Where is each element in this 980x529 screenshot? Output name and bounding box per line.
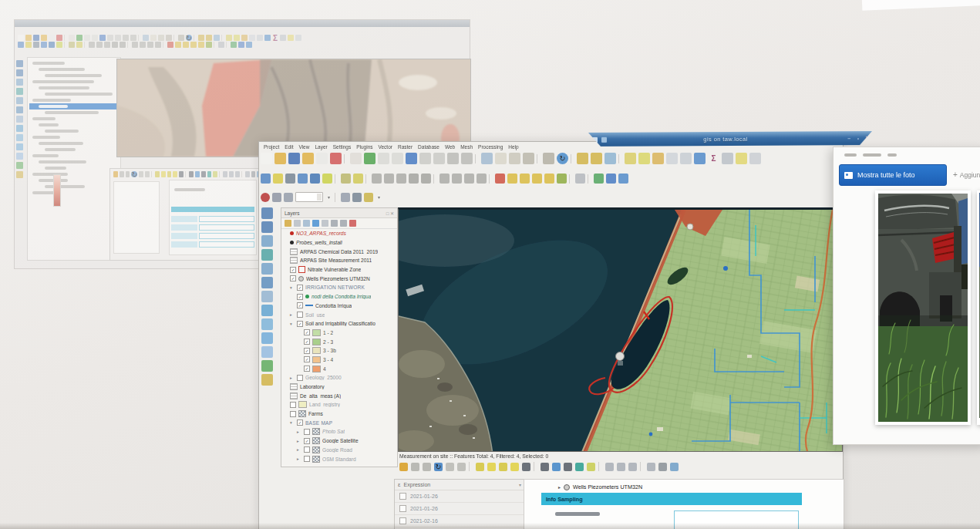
text-format-icon[interactable] [295, 35, 301, 41]
add-delimited-text-icon[interactable] [16, 97, 23, 104]
layers-list-icon[interactable] [280, 35, 286, 41]
layer-item[interactable]: ✓nodi della Condotta Irrigua [281, 292, 397, 302]
calc-grid-icon[interactable] [218, 42, 224, 48]
zoom-selection-icon[interactable] [419, 153, 431, 164]
new-geopackage-icon[interactable] [261, 360, 273, 372]
layout-grid-icon[interactable] [257, 35, 263, 41]
layout-manager-icon[interactable] [56, 35, 62, 41]
add-ring-icon[interactable] [147, 42, 153, 48]
redo-edit-icon[interactable] [120, 42, 126, 48]
open-attribute-table-icon[interactable] [509, 153, 520, 164]
expand-icon[interactable] [558, 484, 561, 490]
add-xyz-icon[interactable] [261, 346, 273, 358]
date-checkbox[interactable] [399, 517, 406, 524]
field-calc-icon[interactable] [628, 463, 637, 471]
simplify-feature-icon[interactable] [140, 42, 146, 48]
pin-yellow-3-icon[interactable] [190, 42, 197, 48]
reload-icon[interactable]: ↻ [434, 463, 443, 471]
show-all-photos-button[interactable]: Mostra tutte le foto [839, 164, 947, 186]
layer-item[interactable]: ✓Wells Piezometers UTM32N [281, 274, 397, 283]
menu-web[interactable]: Web [445, 144, 455, 150]
paste-features-icon[interactable] [396, 174, 406, 184]
dropdown-icon[interactable] [375, 193, 382, 201]
layer-item[interactable]: ▸OSM Standard [281, 454, 397, 463]
menu-database[interactable]: Database [418, 144, 439, 150]
layer-checkbox[interactable]: ✓ [304, 438, 310, 444]
menu-project[interactable]: Project [264, 144, 279, 150]
pin-green-icon[interactable] [206, 42, 212, 48]
form-field-input[interactable] [674, 510, 799, 529]
map-canvas[interactable] [398, 207, 843, 452]
attributes-grid-icon[interactable] [666, 153, 678, 164]
snap-points-icon[interactable] [284, 193, 293, 202]
add-spatialite-icon[interactable] [16, 116, 23, 123]
digitize-pencil-icon[interactable] [41, 42, 47, 48]
zoom-layer-icon[interactable] [433, 153, 445, 164]
add-spatialite-icon[interactable] [261, 291, 273, 302]
toggle-editing-icon[interactable] [399, 463, 408, 471]
globe-blue-icon[interactable] [606, 174, 616, 184]
layer-checkbox[interactable]: ✓ [297, 294, 303, 300]
move-feature-icon[interactable] [372, 174, 382, 184]
snapping-tolerance-input[interactable] [295, 192, 323, 202]
filter-form-icon[interactable] [179, 171, 184, 177]
annotation-fixed-icon[interactable] [652, 153, 664, 164]
globe-green-icon[interactable] [231, 42, 237, 48]
project-save-as-icon[interactable] [302, 153, 314, 164]
zoom-selection-icon[interactable] [107, 35, 113, 41]
undo-edit-icon[interactable] [409, 174, 419, 184]
refresh-icon[interactable]: ↻ [557, 153, 568, 164]
rotate-feature-icon[interactable] [132, 42, 138, 48]
remove-layer-icon[interactable] [349, 220, 356, 227]
layout-new-icon[interactable] [49, 35, 55, 41]
pin-yellow-2-icon[interactable] [520, 174, 530, 184]
layer-item[interactable]: ▾✓BASE MAP [281, 418, 397, 427]
add-group-icon[interactable] [294, 220, 301, 227]
add-ring-icon[interactable] [464, 174, 474, 184]
layer-item[interactable]: Farms [281, 409, 397, 419]
layer-checkbox[interactable] [304, 446, 310, 453]
zoom-selected-icon[interactable] [564, 463, 572, 471]
copy-features-icon[interactable] [384, 174, 394, 184]
minimize-icon[interactable] [844, 136, 854, 141]
select-all-icon[interactable] [487, 463, 496, 471]
project-save-icon[interactable] [33, 35, 39, 41]
pan-map-icon[interactable] [69, 35, 75, 41]
expand-icon[interactable]: ▸ [297, 457, 301, 461]
gps-pin-red-icon[interactable] [495, 174, 505, 184]
select-expression-icon[interactable] [476, 463, 484, 471]
add-part-icon[interactable] [477, 174, 487, 184]
layer-item[interactable]: ✓Nitrate Vulnerable Zone [281, 265, 397, 275]
checker-icon[interactable] [322, 174, 332, 184]
add-mesh-layer-icon[interactable] [16, 88, 23, 95]
expand-icon[interactable]: ▸ [290, 376, 295, 380]
project-save-icon[interactable] [288, 153, 300, 164]
add-postgis-icon[interactable] [261, 277, 273, 288]
filter-by-expression-icon[interactable] [322, 220, 328, 227]
add-part-icon[interactable] [155, 42, 161, 48]
zoom-out-icon[interactable] [392, 153, 403, 164]
next-photo-card[interactable] [977, 190, 980, 425]
statistics-sum-icon[interactable]: Σ [272, 35, 278, 41]
project-new-icon[interactable] [18, 35, 24, 41]
text-bubble-icon[interactable] [736, 153, 747, 164]
layer-checkbox[interactable]: ✓ [304, 356, 310, 362]
highlight-diamond-icon[interactable] [575, 463, 584, 471]
date-filter-row[interactable]: 2021-01-26 [395, 503, 524, 515]
data-source-manager-icon[interactable] [261, 207, 273, 219]
layer-item[interactable]: ▸Soil_use [281, 310, 397, 319]
move-top-icon[interactable] [189, 171, 194, 177]
filter-legend-icon[interactable] [312, 220, 319, 227]
layer-item[interactable]: Laboratory [281, 382, 397, 392]
add-postgis-icon[interactable] [16, 106, 23, 113]
zoom-out-icon[interactable] [92, 35, 98, 41]
layer-item[interactable]: ▸Photo Sat [281, 427, 397, 436]
vertex-tool-icon[interactable] [285, 174, 295, 184]
maximize-icon[interactable] [854, 136, 863, 141]
cad-cross-icon[interactable] [352, 193, 362, 202]
pin-yellow-4-icon[interactable] [544, 174, 554, 184]
highlight-diamond-icon[interactable] [207, 171, 212, 177]
layer-checkbox[interactable] [297, 312, 303, 318]
pin-yellow-1-icon[interactable] [507, 174, 517, 184]
layer-checkbox[interactable]: ✓ [297, 321, 303, 327]
